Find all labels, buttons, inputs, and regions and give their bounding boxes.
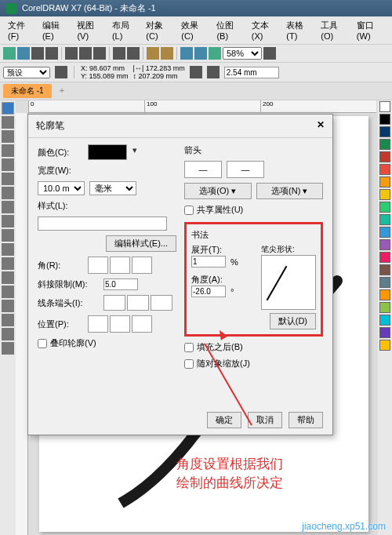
menu-bitmap[interactable]: 位图(B) [212,18,246,42]
zoom-select[interactable]: 58% [223,47,262,60]
connector-tool-icon[interactable] [2,271,14,284]
document-tab[interactable]: 未命名 -1 [3,84,52,98]
color-swatch[interactable] [379,114,390,125]
arrow-options-left-button[interactable]: 选项(O) ▾ [184,183,252,199]
pos-outside-button[interactable] [88,315,108,333]
freehand-tool-icon[interactable] [2,158,14,171]
menu-object[interactable]: 对象(C) [141,18,176,42]
color-swatch[interactable] [379,214,390,225]
pos-inside-button[interactable] [132,315,152,333]
edit-style-button[interactable]: 编辑样式(E)... [106,235,176,252]
color-swatch[interactable] [379,252,390,263]
preset-select[interactable]: 预设 [3,67,50,78]
arrow-options-right-button[interactable]: 选项(N) ▾ [256,183,324,199]
color-swatch[interactable] [379,264,390,275]
table-tool-icon[interactable] [2,243,14,256]
outline-tool-icon[interactable] [2,342,14,355]
mirror-h-icon[interactable] [207,66,220,78]
shape-tool-icon[interactable] [2,116,14,129]
cancel-button[interactable]: 取消 [248,412,282,428]
pick-tool-icon[interactable] [2,102,14,115]
options-icon[interactable] [209,47,221,60]
outline-width-input[interactable] [224,67,279,78]
new-icon[interactable] [3,47,16,60]
unit-select[interactable]: 毫米 [89,181,136,195]
width-select[interactable]: 10.0 mm [38,181,85,195]
color-swatch[interactable] [379,189,390,200]
color-swatch[interactable] [379,315,390,326]
arrow-end-dropdown[interactable]: — [227,161,264,178]
menu-effect[interactable]: 效果(C) [176,18,212,42]
fill-tool-icon[interactable] [2,328,14,340]
redo-icon[interactable] [127,47,140,60]
overprint-checkbox[interactable]: 叠印轮廓(V) [38,337,176,349]
color-swatch[interactable] [379,340,390,351]
add-tab-button[interactable]: + [55,84,69,98]
publish-icon[interactable] [180,47,193,60]
color-swatch[interactable] [379,302,390,313]
color-swatch[interactable] [379,101,390,112]
scale-with-checkbox[interactable]: 随对象缩放(J) [184,358,323,369]
color-swatch[interactable] [379,126,390,137]
color-swatch[interactable] [379,227,390,238]
rectangle-tool-icon[interactable] [2,187,14,199]
snap-icon[interactable] [194,47,207,60]
copy-icon[interactable] [79,47,92,60]
zoom-tool-icon[interactable] [2,144,14,157]
stretch-input[interactable] [191,256,226,268]
color-swatch[interactable] [379,202,390,213]
lock-icon[interactable] [190,66,202,78]
color-swatch[interactable] [379,164,390,175]
color-swatch[interactable] [379,277,390,288]
ok-button[interactable]: 确定 [207,412,241,428]
import-icon[interactable] [147,47,159,60]
menu-view[interactable]: 视图(V) [72,18,107,42]
color-swatch[interactable] [379,327,390,338]
fullscreen-icon[interactable] [263,47,276,60]
eyedropper-tool-icon[interactable] [2,314,14,326]
color-swatch[interactable] [379,289,390,300]
menu-window[interactable]: 窗口(W) [352,18,389,42]
ellipse-tool-icon[interactable] [2,201,14,213]
orientation-icon[interactable] [55,66,67,78]
cap-round-button[interactable] [127,295,149,311]
menu-tools[interactable]: 工具(O) [316,18,352,42]
polygon-tool-icon[interactable] [2,215,14,227]
cap-flat-button[interactable] [103,295,125,311]
help-button[interactable]: 帮助 [289,412,323,428]
menu-text[interactable]: 文本(X) [247,18,281,42]
cap-square-button[interactable] [151,295,172,311]
dimension-tool-icon[interactable] [2,257,14,270]
corner-miter-button[interactable] [88,257,108,274]
color-swatch[interactable] [379,239,390,250]
color-swatch[interactable] [379,177,390,187]
paste-icon[interactable] [93,47,106,60]
share-attr-checkbox[interactable]: 共享属性(U) [184,204,323,216]
style-dropdown[interactable] [38,217,167,231]
menu-layout[interactable]: 布局(L) [107,18,141,42]
artistic-media-icon[interactable] [2,173,14,185]
print-icon[interactable] [45,47,58,60]
pos-center-button[interactable] [110,315,130,333]
miter-input[interactable] [103,278,138,290]
menu-file[interactable]: 文件(F) [3,18,38,42]
save-icon[interactable] [31,47,44,60]
transparency-tool-icon[interactable] [2,300,14,312]
undo-icon[interactable] [113,47,125,60]
corner-round-button[interactable] [110,257,130,274]
color-swatch[interactable] [379,151,390,162]
export-icon[interactable] [161,47,173,60]
arrow-start-dropdown[interactable]: — [184,161,222,178]
close-icon[interactable]: ✕ [317,119,325,133]
blend-tool-icon[interactable] [2,286,14,298]
text-tool-icon[interactable] [2,229,14,242]
menu-edit[interactable]: 编辑(E) [38,18,72,42]
color-swatch[interactable] [379,139,390,150]
angle-input[interactable] [191,286,226,297]
color-dropdown[interactable] [88,144,127,160]
cut-icon[interactable] [65,47,78,60]
open-icon[interactable] [17,47,30,60]
crop-tool-icon[interactable] [2,130,14,143]
default-button[interactable]: 默认(D) [270,313,316,329]
corner-bevel-button[interactable] [132,257,152,274]
